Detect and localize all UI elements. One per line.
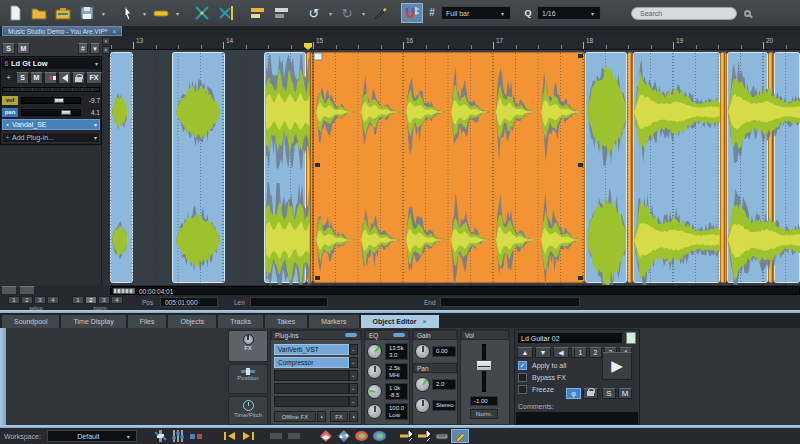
playback-options-icon[interactable] [187, 429, 205, 443]
track-lock-button[interactable] [72, 72, 85, 84]
object-preset-button-2[interactable]: 2 [589, 347, 602, 358]
object-name-field[interactable]: Ld Guitar 02 [517, 332, 623, 344]
grid-icon[interactable]: # [425, 3, 439, 23]
zoom-button-2[interactable]: 2 [85, 296, 97, 304]
object-solo-button[interactable]: S [602, 388, 616, 399]
move-vertical-mode-icon[interactable]: ▲▼ [335, 429, 353, 443]
quantize-value-dropdown[interactable]: 1/16▾ [537, 6, 601, 20]
pan-knob[interactable] [415, 377, 430, 392]
quantize-icon[interactable]: Q [521, 3, 535, 23]
open-folder-icon[interactable] [28, 3, 50, 23]
object-mute-button[interactable]: M [618, 388, 632, 399]
undo-caret-icon[interactable]: ▾ [327, 10, 334, 17]
plugin-power-icon[interactable]: • [3, 121, 12, 128]
plugin-slot-1[interactable]: VariVerb_VST▪ [274, 344, 358, 355]
jump-object-end-icon[interactable] [239, 429, 257, 443]
ruler-mode-caret-icon[interactable]: ▾ [102, 37, 110, 45]
setup-button-3[interactable]: 3 [34, 296, 46, 304]
undo-icon[interactable]: ↺ [303, 3, 325, 23]
redo-icon[interactable]: ↻ [336, 3, 358, 23]
plugin-slot-caret-icon[interactable]: ▪ [349, 396, 358, 407]
search-input[interactable] [631, 7, 737, 20]
track-lanes-icon[interactable] [271, 3, 293, 23]
collapse-pill-icon[interactable] [393, 333, 405, 337]
setup-button-4[interactable]: 4 [47, 296, 59, 304]
add-plugin-label[interactable]: Add Plug-in... [12, 134, 92, 141]
workspace-dropdown[interactable]: Default ▾ [47, 430, 137, 442]
comments-field[interactable] [516, 412, 638, 424]
normalize-button[interactable]: Norm. [470, 409, 498, 419]
plugin-slot-3[interactable]: ▪ [274, 370, 358, 381]
razor-icon[interactable] [433, 429, 451, 443]
object-next-track-button[interactable]: ▼ [535, 347, 551, 358]
redo-caret-icon[interactable]: ▾ [360, 10, 367, 17]
freeze-checkbox[interactable] [518, 385, 527, 394]
offline-fx-caret-icon[interactable]: ▪ [317, 411, 326, 422]
panel-tab-close-icon[interactable]: × [422, 318, 426, 325]
panel-tab-object-editor[interactable]: Object Editor× [361, 315, 439, 328]
snap-magnet-icon[interactable] [401, 3, 423, 23]
object-pin-button[interactable]: φ [566, 388, 581, 399]
zoom-button-3[interactable]: 3 [98, 296, 110, 304]
gain-knob[interactable] [415, 344, 430, 359]
draw-object-caret-icon[interactable]: ▾ [174, 10, 181, 17]
plugin-caret-icon[interactable]: ▾ [92, 121, 99, 128]
panel-tab-time-display[interactable]: Time Display [61, 315, 125, 328]
add-plugin-caret-icon[interactable]: ▾ [92, 134, 99, 141]
track-add-button[interactable]: + [2, 72, 15, 84]
plugin-slot-caret-icon[interactable]: ▪ [349, 357, 358, 368]
track-monitor-button[interactable] [58, 72, 71, 84]
cursor-tool-caret-icon[interactable]: ▾ [141, 10, 148, 17]
zoom-button-4[interactable]: 4 [111, 296, 123, 304]
object-prev-track-button[interactable]: ▲ [517, 347, 533, 358]
object-mode-red-icon[interactable] [353, 429, 371, 443]
pen-tool-icon[interactable] [369, 3, 391, 23]
eq-band-4-knob[interactable] [367, 404, 382, 419]
offline-fx-button[interactable]: Offline FX [274, 411, 316, 422]
mixer-icon[interactable] [169, 429, 187, 443]
draw-object-tool-icon[interactable] [150, 3, 172, 23]
zoom-button-1[interactable]: 1 [72, 296, 84, 304]
timeline-ruler[interactable]: 1314151617181920 [110, 36, 800, 50]
snap-value-dropdown[interactable]: Full bar▾ [441, 6, 511, 20]
panel-tab-soundpool[interactable]: Soundpool [2, 315, 59, 328]
stretch-down-icon[interactable] [397, 429, 415, 443]
object-lock-button[interactable] [583, 388, 598, 399]
cursor-tool-icon[interactable] [117, 3, 139, 23]
search-icon[interactable] [744, 10, 751, 17]
tracklist-grid-icon[interactable]: # [78, 43, 88, 54]
volume-slider[interactable] [21, 97, 81, 104]
object-preset-button-1[interactable]: 1 [574, 347, 587, 358]
setup-button-1[interactable]: 1 [8, 296, 20, 304]
scroll-corner-button-2[interactable] [19, 286, 35, 295]
pan-slider[interactable] [21, 109, 81, 116]
track-solo-button[interactable]: S [16, 72, 29, 84]
object-editor-tab-position[interactable]: Position [228, 364, 268, 394]
panel-tab-files[interactable]: Files [128, 315, 167, 328]
all-solo-button[interactable]: S [2, 43, 15, 54]
setup-button-2[interactable]: 2 [21, 296, 33, 304]
cut-icon[interactable] [191, 3, 213, 23]
pencil-tool-icon[interactable] [451, 429, 469, 443]
eq-band-2-knob[interactable] [367, 364, 382, 379]
plugin-slot-name[interactable]: Vandal_SE [12, 121, 92, 128]
stereo-width-knob[interactable] [415, 398, 430, 413]
document-close-icon[interactable]: × [112, 28, 116, 35]
object-editor-tab-fx[interactable]: FX [228, 330, 268, 362]
arrange-area[interactable] [110, 50, 800, 285]
eq-band-3-knob[interactable] [367, 384, 382, 399]
fx-chain-button[interactable]: FX [330, 411, 348, 422]
plugin-slot-caret-icon[interactable]: ▪ [349, 383, 358, 394]
save-caret-icon[interactable]: ▾ [100, 10, 107, 17]
import-audio-icon[interactable] [52, 3, 74, 23]
save-icon[interactable] [76, 3, 98, 23]
scrollbar-thumb[interactable] [113, 288, 135, 294]
ruler-grid-icon[interactable]: # [102, 46, 110, 54]
stretch-up-icon[interactable] [415, 429, 433, 443]
new-file-icon[interactable] [4, 3, 26, 23]
len-field[interactable] [250, 297, 328, 307]
scroll-corner-button-1[interactable] [1, 286, 17, 295]
track-fader-icon[interactable] [151, 429, 169, 443]
object-play-button[interactable]: ▶ [602, 352, 632, 380]
apply-to-all-checkbox[interactable]: ✓ [518, 361, 527, 370]
